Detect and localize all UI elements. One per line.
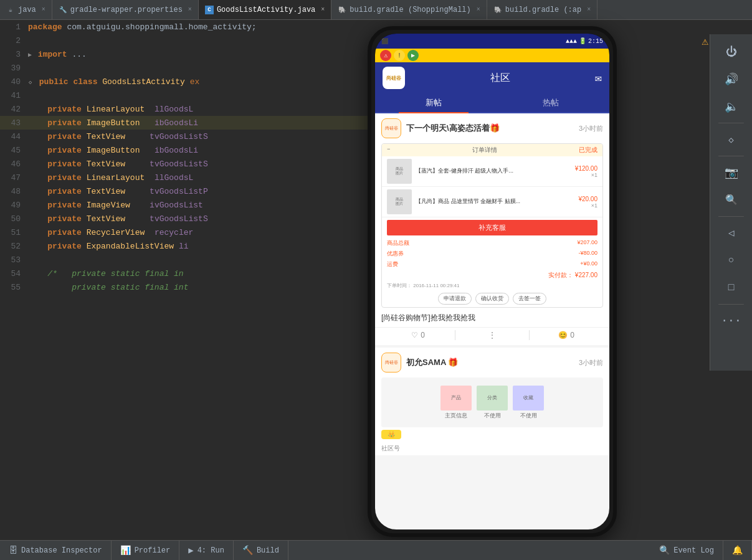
action-refund[interactable]: 申请退款 bbox=[438, 293, 472, 305]
status-time: 2:15 bbox=[588, 38, 603, 45]
code-line-2: 2 bbox=[0, 34, 380, 47]
order-item-price-2: ¥20.00 bbox=[578, 196, 597, 202]
phone-content: 尚硅谷 下一个明天\高姿态活着🎁 3小时前 − 订单详情 已完成 bbox=[375, 113, 609, 529]
heart-icon: ♡ bbox=[411, 331, 418, 339]
tab-new[interactable]: 新帖 bbox=[375, 93, 492, 112]
order-item-name-2: 【凡尚】商品 品途里情节 金融财手 贴膜... bbox=[416, 198, 574, 206]
status-build[interactable]: 🔨 Build bbox=[234, 541, 288, 560]
code-line-51: 51 private RecyclerView recycler bbox=[0, 225, 380, 239]
order-time-label: 下单时间： bbox=[387, 283, 412, 288]
zoom-icon-button[interactable]: 🔍 bbox=[720, 189, 743, 211]
volume-off-icon-button[interactable]: 🔈 bbox=[720, 95, 743, 118]
notif-icon-2: ! bbox=[394, 50, 405, 61]
power-icon-button[interactable]: ⏻ bbox=[720, 40, 743, 63]
tab-goods-list-close[interactable]: × bbox=[321, 6, 325, 13]
order-time-value: 2016-11-11 00:29:41 bbox=[413, 283, 459, 288]
status-profiler[interactable]: 📊 Profiler bbox=[112, 541, 180, 560]
order-item-qty-1: ×1 bbox=[575, 172, 597, 178]
feed-caption-1: [尚硅谷购物节]抢我抢我抢我 bbox=[375, 310, 609, 327]
tab-hot[interactable]: 热帖 bbox=[492, 93, 609, 112]
code-line-42: 42 private LinearLayout llGoodsL bbox=[0, 102, 380, 116]
feed-item-2: 尚硅谷 初允SAMA 🎁 3小时前 产品 主页信息 分类 不使用 bbox=[375, 348, 609, 455]
side-panel: ⏻ 🔊 🔈 ◇ 📷 🔍 ◁ ○ □ ··· bbox=[710, 34, 752, 371]
order-time-row: 下单时间： 2016-11-11 00:29:41 bbox=[382, 281, 602, 290]
mail-icon[interactable]: ✉ bbox=[595, 71, 602, 85]
feed-comment-action[interactable]: 😊 0 bbox=[530, 331, 603, 339]
code-line-39: 39 bbox=[0, 61, 380, 75]
square-icon-button[interactable]: □ bbox=[720, 277, 743, 299]
separator-1 bbox=[718, 123, 743, 123]
tab-build-gradle-ap-close[interactable]: × bbox=[587, 6, 591, 13]
code-line-43: 43 private ImageButton ibGoodsLi bbox=[0, 116, 380, 130]
notif-icon-1: ⚠ bbox=[380, 50, 391, 61]
gradle-ap-icon: 🐘 bbox=[493, 6, 502, 14]
tab-gradle-wrapper[interactable]: 🔧 gradle-wrapper.properties × bbox=[52, 0, 199, 19]
app-tabs: 新帖 热帖 bbox=[375, 93, 609, 113]
status-event-log[interactable]: 🔍 Event Log bbox=[650, 541, 723, 560]
separator-2 bbox=[718, 156, 743, 156]
tab-build-gradle-mall-close[interactable]: × bbox=[477, 6, 480, 13]
feed-badge-row: 👑 bbox=[381, 430, 603, 439]
code-line-40: 40 ⬦ public class GoodsListActivity ex bbox=[0, 75, 380, 88]
discount-label: 优惠券 bbox=[387, 250, 404, 258]
tab-gradle-wrapper-close[interactable]: × bbox=[188, 6, 192, 13]
feed-like-action[interactable]: ♡ 0 bbox=[381, 331, 455, 339]
discount-value: -¥80.00 bbox=[578, 250, 597, 258]
code-line-41: 41 bbox=[0, 88, 380, 102]
java-icon: ☕ bbox=[6, 6, 15, 14]
status-notifications[interactable]: 🔔 bbox=[723, 541, 752, 560]
camera-icon-button[interactable]: 📷 bbox=[720, 161, 743, 184]
order-item-info-2: 【凡尚】商品 品途里情节 金融财手 贴膜... bbox=[416, 198, 574, 206]
order-title: 订单详情 bbox=[472, 146, 497, 154]
order-item-qty-2: ×1 bbox=[578, 202, 597, 209]
tab-build-gradle-mall[interactable]: 🐘 build.gradle (ShoppingMall) × bbox=[331, 0, 487, 19]
feed-time-2: 3小时前 bbox=[579, 358, 603, 368]
feed-header-2: 尚硅谷 初允SAMA 🎁 3小时前 bbox=[375, 348, 609, 375]
event-log-icon: 🔍 bbox=[659, 545, 670, 556]
tab-gradle-wrapper-label: gradle-wrapper.properties bbox=[70, 6, 183, 14]
comment-count: 0 bbox=[570, 331, 574, 339]
code-line-47: 47 private LinearLayout llGoodsL bbox=[0, 171, 380, 184]
action-confirm[interactable]: 确认收货 bbox=[475, 293, 509, 305]
order-item-price-1: ¥120.00 bbox=[575, 165, 597, 172]
code-line-3: 3 ▶ import ... bbox=[0, 47, 380, 61]
profiler-label: Profiler bbox=[135, 546, 171, 555]
comment-icon: 😊 bbox=[558, 331, 568, 339]
code-line-45: 45 private ImageButton ibGoodsLi bbox=[0, 143, 380, 157]
tab-java-close[interactable]: × bbox=[42, 6, 45, 13]
status-right: ▲▲▲ 🔋 2:15 bbox=[566, 37, 603, 45]
tab-java-label: java bbox=[18, 6, 36, 14]
more-icon-button[interactable]: ··· bbox=[720, 310, 743, 332]
tab-goods-list[interactable]: C GoodsListActivity.java × bbox=[199, 0, 331, 19]
back-icon-button[interactable]: ◁ bbox=[720, 222, 743, 244]
db-inspector-label: Database Inspector bbox=[21, 546, 102, 555]
feed-actions-1: ♡ 0 ⋮ 😊 0 bbox=[375, 327, 609, 345]
order-summary-shipping: 运费 +¥0.00 bbox=[382, 259, 602, 270]
order-summary-total: 商品总额 ¥207.00 bbox=[382, 238, 602, 249]
tab-build-gradle-ap[interactable]: 🐘 build.gradle (:ap × bbox=[487, 0, 597, 19]
feed-more-action[interactable]: ⋮ bbox=[455, 331, 529, 339]
status-run[interactable]: ▶ 4: Run bbox=[179, 541, 234, 560]
action-sign[interactable]: 去签一签 bbox=[513, 293, 546, 305]
phone-device: ⬛ ▲▲▲ 🔋 2:15 ⚠ ! ▶ 尚硅谷 社区 ✉ 新帖 热帖 bbox=[368, 26, 617, 537]
status-db-inspector[interactable]: 🗄 Database Inspector bbox=[0, 541, 112, 560]
order-submit-btn[interactable]: 补充客服 bbox=[387, 220, 597, 235]
tab-bar: ☕ java × 🔧 gradle-wrapper.properties × C… bbox=[0, 0, 752, 20]
phone-notif-bar: ⚠ ! ▶ bbox=[375, 49, 609, 62]
gradle-mall-icon: 🐘 bbox=[338, 6, 346, 14]
order-actual-total: 实付款： ¥227.00 bbox=[382, 270, 602, 281]
app-logo: 尚硅谷 bbox=[383, 67, 405, 89]
rotate-icon-button[interactable]: ◇ bbox=[720, 128, 743, 151]
order-item-image-2: 商品图片 bbox=[387, 189, 412, 214]
volume-on-icon-button[interactable]: 🔊 bbox=[720, 68, 743, 90]
feed-time-1: 3小时前 bbox=[579, 124, 603, 133]
circle-icon-button[interactable]: ○ bbox=[720, 249, 743, 272]
order-item-row-1: 商品图片 【蒸汽】全套-健身排汗 超级人物入手... ¥120.00 ×1 bbox=[382, 156, 602, 187]
build-label: Build bbox=[257, 546, 279, 555]
feed-item-1: 尚硅谷 下一个明天\高姿态活着🎁 3小时前 − 订单详情 已完成 bbox=[375, 113, 609, 345]
status-bar: 🗄 Database Inspector 📊 Profiler ▶ 4: Run… bbox=[0, 540, 752, 560]
like-count: 0 bbox=[421, 331, 425, 339]
tab-java[interactable]: ☕ java × bbox=[0, 0, 52, 19]
code-line-50: 50 private TextView tvGoodsListS bbox=[0, 212, 380, 225]
code-editor: 1 package com.atguigu.shoppingmall.home_… bbox=[0, 20, 380, 531]
